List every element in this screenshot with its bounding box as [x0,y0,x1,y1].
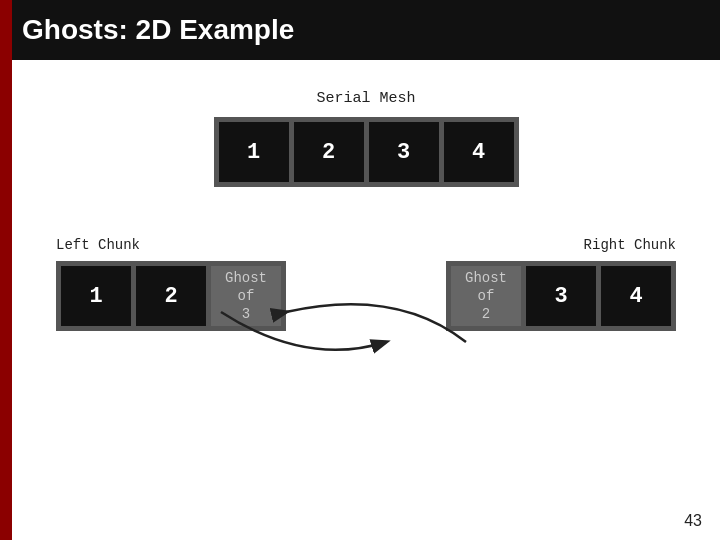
chunks-area: Left Chunk 1 2 Ghostof3 Right Chunk Ghos… [56,237,676,331]
page-title: Ghosts: 2D Example [12,14,294,46]
serial-cell-4: 4 [444,122,514,182]
right-chunk-label: Right Chunk [584,237,676,253]
serial-mesh-label: Serial Mesh [316,90,415,107]
right-chunk-container: Right Chunk Ghostof2 3 4 [446,237,676,331]
serial-cell-1: 1 [219,122,289,182]
left-chunk-cell-1: 1 [61,266,131,326]
left-chunk-container: Left Chunk 1 2 Ghostof3 [56,237,286,331]
right-chunk-ghost-cell: Ghostof2 [451,266,521,326]
header: Ghosts: 2D Example [0,0,720,60]
left-chunk-row: 1 2 Ghostof3 [56,261,286,331]
main-content: Serial Mesh 1 2 3 4 Left Chunk 1 2 Ghost… [12,60,720,540]
right-chunk-cell-3: 3 [526,266,596,326]
left-chunk-label: Left Chunk [56,237,140,253]
serial-cell-2: 2 [294,122,364,182]
right-chunk-cell-4: 4 [601,266,671,326]
serial-mesh-row: 1 2 3 4 [214,117,519,187]
left-accent-bar [0,60,12,540]
page-number: 43 [684,512,702,530]
right-chunk-row: Ghostof2 3 4 [446,261,676,331]
serial-cell-3: 3 [369,122,439,182]
left-chunk-ghost-cell: Ghostof3 [211,266,281,326]
left-chunk-cell-2: 2 [136,266,206,326]
